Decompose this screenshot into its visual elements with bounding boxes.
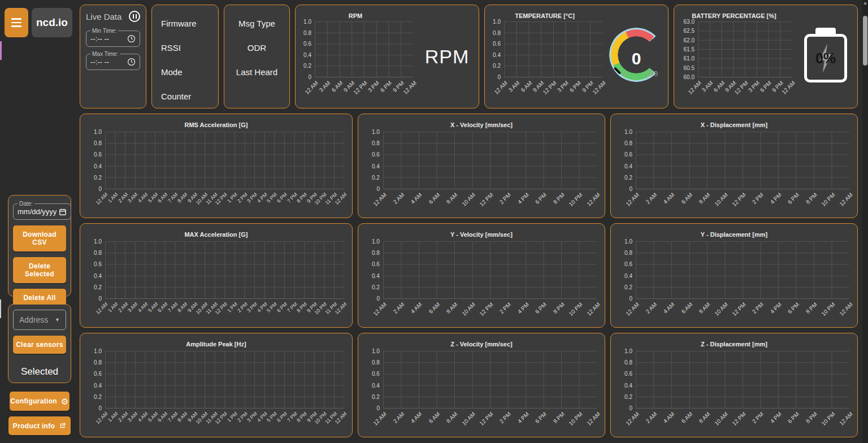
x-tick-label: 12 PM [478, 411, 494, 427]
x-tick-label: 2 AM [644, 411, 658, 424]
x-tick-label: 6 AM [712, 80, 726, 93]
x-tick-label: 1 AM [107, 411, 119, 423]
y-tick-label: 0 [629, 405, 632, 411]
x-tick-label: 8 PM [552, 301, 565, 315]
x-axis: 12 AM1 AM2 AM3 AM4 AM5 AM6 AM7 AM8 AM9 A… [105, 300, 344, 327]
x-tick-label: 8 PM [296, 411, 308, 423]
y-axis: 1.00.80.60.40.20 [85, 348, 105, 411]
scroll-up-icon[interactable] [863, 2, 867, 5]
clock-icon[interactable] [127, 34, 136, 43]
x-tick-label: 6 AM [680, 301, 693, 315]
x-tick-label: 2 AM [117, 192, 129, 204]
x-tick-label: 5 AM [147, 301, 159, 314]
x-tick-label: 10 AM [461, 411, 476, 427]
info-label: Last Heard [236, 67, 277, 77]
x-tick-label: 12 PM [542, 80, 558, 95]
configuration-button[interactable]: Configuration ⚙ [10, 392, 70, 411]
max-time-field[interactable]: Max Time: --:-- -- [86, 51, 140, 70]
scrollbar-thumb[interactable] [863, 16, 867, 66]
info-label: Mode [161, 67, 209, 77]
x-tick-label: 4 AM [662, 301, 676, 315]
x-tick-label: 6 PM [568, 80, 582, 93]
y-tick-label: 0.6 [493, 41, 501, 47]
sidebar: ncd.io Date: mm/dd/yyyy Download CSV Del… [0, 0, 79, 443]
chart-amplitude-peak: Amplitude Peak [Hz] 1.00.80.60.40.20 12 … [80, 333, 353, 437]
x-tick-label: 12 AM [303, 80, 319, 95]
date-input[interactable]: mm/dd/yyyy [18, 207, 57, 216]
x-tick-label: 8 AM [176, 411, 189, 423]
x-tick-label: 6 AM [519, 80, 533, 93]
plot-area [698, 21, 792, 77]
temperature-panel: TEMPERATURE [°C] 1.00.80.60.40.20 12 AM3… [484, 5, 669, 108]
plot-area [383, 132, 597, 189]
chart-title: X - Displacement [mm] [611, 114, 857, 128]
info-label: Counter [161, 92, 209, 101]
y-tick-label: 1.0 [372, 348, 380, 354]
y-tick-label: 0 [98, 405, 102, 411]
date-panel: Date: mm/dd/yyyy Download CSV Delete Sel… [8, 195, 71, 297]
y-tick-label: 0.4 [372, 383, 380, 389]
rpm-value: RPM [425, 46, 470, 68]
scrollbar[interactable] [862, 0, 868, 443]
download-csv-button[interactable]: Download CSV [13, 225, 66, 251]
y-tick-label: 62.0 [684, 37, 695, 44]
x-tick-label: 4 PM [769, 411, 782, 424]
y-tick-label: 0 [376, 186, 380, 192]
plot-area [383, 351, 597, 409]
pause-button[interactable] [129, 11, 140, 22]
menu-button[interactable] [5, 8, 28, 37]
x-tick-label: 6 AM [157, 301, 169, 314]
chart-title: X - Velocity [mm/sec] [358, 114, 605, 128]
clear-sensors-button[interactable]: Clear sensors [13, 336, 66, 354]
x-tick-label: 1 PM [226, 192, 238, 204]
x-tick-label: 12 AM [624, 411, 640, 427]
x-tick-label: 6 AM [427, 192, 441, 205]
x-tick-label: 10 PM [820, 192, 836, 207]
max-time-input[interactable]: --:-- -- [90, 58, 109, 66]
clock-icon[interactable] [127, 58, 136, 66]
info-label: Firmware [161, 19, 209, 28]
product-info-button[interactable]: Product info [8, 416, 71, 435]
y-tick-label: 0.8 [624, 359, 632, 366]
y-tick-label: 1.0 [94, 348, 102, 354]
x-tick-label: 2 PM [498, 192, 512, 205]
y-tick-label: 0.4 [94, 273, 102, 279]
y-axis: 1.00.80.60.40.20 [298, 19, 315, 80]
y-tick-label: 1.0 [493, 19, 501, 25]
delete-selected-button[interactable]: Delete Selected [13, 257, 66, 283]
x-axis: 12 AM2 AM4 AM6 AM8 AM10 AM12 PM2 PM4 PM6… [383, 410, 597, 437]
plot-area [383, 241, 597, 299]
y-tick-label: 1.0 [624, 238, 632, 245]
x-tick-label: 6 AM [680, 192, 693, 205]
x-tick-label: 5 PM [266, 192, 278, 204]
chart-rms-acceleration: RMS Acceleration [G] 1.00.80.60.40.20 12… [80, 114, 353, 218]
y-tick-label: 0.2 [624, 394, 632, 400]
y-tick-label: 0.2 [94, 175, 102, 181]
gauge-max-label: 100 [645, 70, 658, 78]
x-tick-label: 6 AM [330, 80, 344, 93]
x-tick-label: 3 AM [507, 80, 521, 93]
min-time-field[interactable]: Min Time: --:-- -- [86, 28, 140, 47]
address-select[interactable]: Address ▼ [13, 310, 66, 330]
x-tick-label: 6 PM [759, 80, 772, 93]
date-field[interactable]: Date: mm/dd/yyyy [13, 201, 71, 220]
min-time-input[interactable]: --:-- -- [90, 34, 109, 43]
y-tick-label: 61.5 [684, 46, 695, 53]
y-tick-label: 0.6 [372, 151, 380, 158]
address-select-value: Address [19, 315, 48, 324]
sensors-panel: Address ▼ Clear sensors Selected [8, 304, 71, 383]
selected-label: Selected [13, 366, 66, 377]
y-tick-label: 0.2 [624, 284, 632, 290]
battery-panel: BATTERY PERCENTAGE [%] 63.062.562.061.56… [674, 5, 858, 108]
y-tick-label: 61.0 [684, 55, 695, 62]
x-tick-label: 4 AM [410, 411, 423, 424]
x-tick-label: 7 PM [286, 411, 298, 423]
hamburger-icon [11, 18, 21, 20]
chart-z-displacement: Z - Displacement [mm] 1.00.80.60.40.20 1… [610, 333, 858, 437]
x-tick-label: 8 AM [176, 301, 189, 314]
y-axis: 1.00.80.60.40.20 [85, 238, 105, 302]
x-tick-label: 6 AM [427, 411, 441, 424]
x-tick-label: 3 PM [367, 80, 380, 93]
x-tick-label: 6 AM [157, 411, 169, 423]
calendar-icon[interactable] [59, 208, 67, 216]
